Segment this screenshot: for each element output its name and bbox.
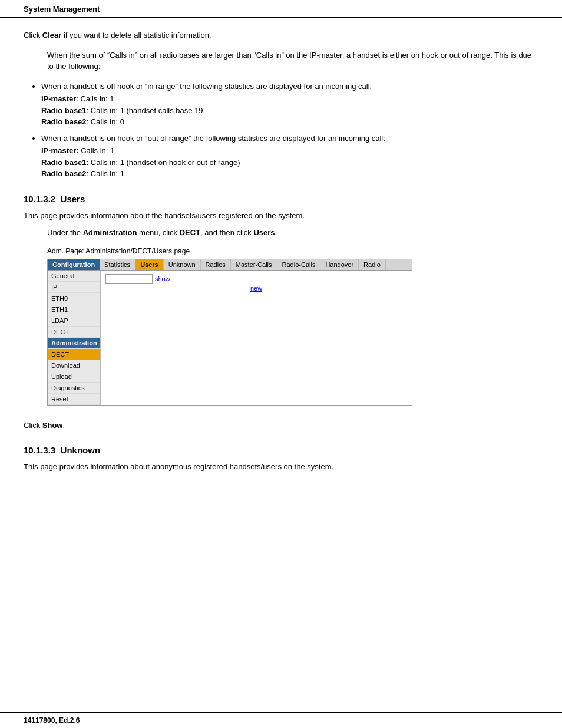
- sidebar-item-ip[interactable]: IP: [48, 282, 100, 293]
- section-1033-desc: This page provides information about ano…: [24, 461, 538, 473]
- tab-master-calls[interactable]: Master-Calls: [231, 259, 277, 270]
- section-1032-desc: This page provides information about the…: [24, 210, 538, 222]
- bullet1-line2: Radio base1: Calls in: 1 (handset calls …: [41, 105, 538, 117]
- bullet2-line2: Radio base1: Calls in: 1 (handset on hoo…: [41, 157, 538, 169]
- clear-bold: Clear: [42, 31, 62, 39]
- user-input-field[interactable]: [105, 274, 153, 284]
- adm-input-row: show: [105, 274, 407, 284]
- show-link[interactable]: show: [155, 275, 170, 282]
- bullet2-line3: Radio base2: Calls in: 1: [41, 168, 538, 180]
- footer-bar: 14117800, Ed.2.6: [0, 712, 562, 728]
- tab-users[interactable]: Users: [135, 259, 164, 270]
- bullet2-sublines: IP-master: Calls in: 1 Radio base1: Call…: [41, 145, 538, 180]
- adm-page-label: Adm. Page: Administration/DECT/Users pag…: [47, 247, 538, 255]
- tab-statistics[interactable]: Statistics: [100, 259, 135, 270]
- bullet1-sublines: IP-master: Calls in: 1 Radio base1: Call…: [41, 93, 538, 128]
- click-show: Click Show.: [24, 420, 538, 431]
- adm-sidebar: General IP ETH0 ETH1 LDAP DECT Administr…: [48, 271, 101, 405]
- section-1032-instruction: Under the Administration menu, click DEC…: [47, 227, 538, 239]
- users-bold: Users: [253, 228, 275, 237]
- adm-body: General IP ETH0 ETH1 LDAP DECT Administr…: [48, 271, 412, 405]
- sidebar-section-administration: Administration: [48, 338, 100, 349]
- bullet-list: When a handset is off hook or “in range”…: [41, 81, 538, 180]
- section-1033-heading: 10.1.3.3 Unknown: [24, 445, 538, 455]
- bullet2-line1: IP-master: Calls in: 1: [41, 145, 538, 157]
- tab-radio-calls[interactable]: Radio-Calls: [277, 259, 321, 270]
- tabs-row: Configuration Statistics Users Unknown R…: [48, 259, 412, 271]
- sidebar-item-eth1[interactable]: ETH1: [48, 304, 100, 315]
- tab-unknown[interactable]: Unknown: [164, 259, 201, 270]
- sidebar-item-upload[interactable]: Upload: [48, 371, 100, 383]
- section-1032-heading: 10.1.3.2 Users: [24, 194, 538, 204]
- bullet-item-2: When a handset is on hook or “out of ran…: [41, 133, 538, 180]
- sidebar-item-dect-admin[interactable]: DECT: [48, 349, 100, 360]
- sidebar-item-reset[interactable]: Reset: [48, 394, 100, 405]
- adm-main-area: show new: [101, 271, 412, 405]
- dect-bold: DECT: [180, 228, 200, 237]
- bullet-item-1: When a handset is off hook or “in range”…: [41, 81, 538, 128]
- sidebar-item-ldap[interactable]: LDAP: [48, 315, 100, 327]
- tab-radio[interactable]: Radio: [359, 259, 386, 270]
- page-wrapper: System Management Click Clear if you wan…: [0, 0, 562, 728]
- tab-radios[interactable]: Radios: [201, 259, 231, 270]
- sidebar-item-general[interactable]: General: [48, 271, 100, 282]
- sidebar-item-download[interactable]: Download: [48, 360, 100, 371]
- header-title: System Management: [24, 5, 100, 14]
- sidebar-item-eth0[interactable]: ETH0: [48, 293, 100, 304]
- tab-configuration[interactable]: Configuration: [48, 259, 100, 270]
- show-bold: Show: [42, 421, 63, 430]
- bullet1-line3: Radio base2: Calls in: 0: [41, 116, 538, 128]
- sidebar-item-dect-config[interactable]: DECT: [48, 327, 100, 338]
- admin-menu-bold: Administration: [83, 228, 137, 237]
- new-link-row: new: [105, 285, 407, 292]
- sidebar-item-diagnostics[interactable]: Diagnostics: [48, 383, 100, 394]
- adm-screenshot: Configuration Statistics Users Unknown R…: [47, 259, 412, 406]
- block-paragraph: When the sum of “Calls in” on all radio …: [47, 50, 538, 73]
- footer-label: 14117800, Ed.2.6: [24, 716, 80, 724]
- content-area: Click Clear if you want to delete all st…: [0, 18, 562, 502]
- header-bar: System Management: [0, 0, 562, 18]
- intro-paragraph: Click Clear if you want to delete all st…: [24, 29, 538, 41]
- bullet1-line1: IP-master: Calls in: 1: [41, 93, 538, 105]
- new-link[interactable]: new: [250, 285, 262, 292]
- tab-handover[interactable]: Handover: [320, 259, 359, 270]
